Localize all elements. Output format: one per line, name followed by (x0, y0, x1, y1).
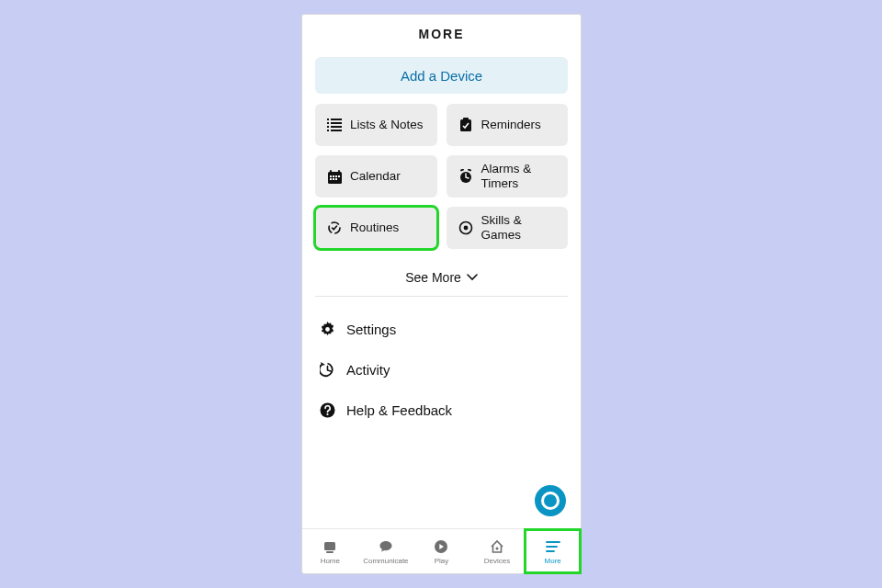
card-alarms-timers[interactable]: Alarms & Timers (447, 155, 569, 198)
alarm-icon (456, 169, 476, 184)
tab-play[interactable]: Play (413, 529, 469, 573)
settings-list: Settings Activity Help & Feedback (315, 309, 568, 430)
tab-label: Play (435, 557, 449, 565)
svg-rect-13 (330, 175, 332, 177)
settings-row-label: Activity (346, 362, 390, 378)
svg-rect-16 (338, 175, 340, 177)
card-label: Reminders (481, 118, 541, 132)
svg-rect-11 (330, 170, 332, 174)
svg-rect-19 (335, 178, 337, 180)
svg-rect-5 (331, 126, 342, 128)
svg-rect-4 (327, 126, 329, 128)
tab-label: Home (321, 557, 340, 565)
tab-bar: Home Communicate Play Devices (302, 528, 581, 573)
tab-label: Devices (484, 557, 510, 565)
card-routines[interactable]: Routines (315, 207, 437, 249)
home-tab-icon (322, 538, 337, 555)
svg-rect-30 (326, 551, 334, 553)
stage: MORE Add a Device Lists & Notes Reminder… (0, 0, 882, 588)
tab-home[interactable]: Home (302, 529, 358, 573)
card-calendar[interactable]: Calendar (315, 155, 437, 198)
calendar-icon (324, 170, 345, 184)
see-more-button[interactable]: See More (302, 270, 581, 285)
chevron-down-icon (467, 274, 478, 281)
add-device-label: Add a Device (401, 68, 482, 84)
alexa-ring-icon (541, 492, 560, 510)
svg-point-25 (463, 226, 468, 231)
card-label: Alarms & Timers (481, 162, 560, 190)
svg-point-26 (325, 327, 330, 332)
gear-icon (315, 322, 339, 337)
see-more-label: See More (405, 270, 461, 285)
svg-rect-12 (338, 170, 340, 174)
card-lists-notes[interactable]: Lists & Notes (315, 104, 437, 146)
card-reminders[interactable]: Reminders (447, 104, 569, 146)
settings-row-label: Settings (346, 322, 396, 337)
page-title: MORE (419, 27, 465, 41)
svg-rect-29 (324, 542, 335, 550)
svg-rect-3 (331, 122, 342, 124)
tab-communicate[interactable]: Communicate (358, 529, 414, 573)
card-label: Routines (350, 220, 399, 235)
svg-point-28 (326, 413, 328, 414)
svg-point-32 (496, 547, 499, 549)
card-label: Calendar (350, 169, 401, 184)
devices-tab-icon (490, 538, 504, 555)
card-skills-games[interactable]: Skills & Games (447, 207, 569, 249)
routines-icon (324, 220, 345, 235)
svg-rect-18 (333, 178, 334, 180)
menu-grid: Lists & Notes Reminders Calendar (315, 104, 568, 258)
settings-row-help[interactable]: Help & Feedback (315, 390, 568, 430)
svg-rect-1 (331, 119, 342, 120)
card-label: Skills & Games (481, 213, 560, 242)
header: MORE (302, 15, 581, 53)
skills-icon (456, 220, 476, 235)
svg-rect-9 (463, 118, 469, 120)
play-tab-icon (434, 538, 448, 555)
svg-rect-2 (327, 122, 329, 124)
add-device-button[interactable]: Add a Device (315, 57, 568, 94)
svg-rect-21 (459, 169, 463, 172)
phone-frame: MORE Add a Device Lists & Notes Reminder… (302, 15, 581, 573)
divider (315, 296, 568, 297)
svg-rect-22 (467, 169, 470, 172)
tab-label: Communicate (363, 557, 408, 565)
tab-label: More (545, 557, 561, 565)
settings-row-settings[interactable]: Settings (315, 309, 568, 349)
svg-rect-7 (331, 130, 342, 131)
svg-rect-14 (333, 175, 334, 177)
activity-icon (315, 362, 339, 378)
settings-row-activity[interactable]: Activity (315, 349, 568, 390)
communicate-tab-icon (379, 538, 393, 555)
card-label: Lists & Notes (350, 118, 424, 132)
svg-rect-0 (327, 119, 329, 120)
list-icon (324, 119, 345, 131)
help-icon (315, 402, 339, 418)
alexa-fab-button[interactable] (535, 485, 566, 516)
tab-devices[interactable]: Devices (469, 529, 526, 573)
svg-rect-10 (328, 172, 342, 184)
tab-more[interactable]: More (525, 529, 581, 573)
svg-rect-15 (335, 175, 337, 177)
settings-row-label: Help & Feedback (346, 402, 452, 418)
more-tab-icon (546, 538, 560, 555)
reminders-icon (456, 118, 476, 132)
svg-rect-6 (327, 130, 329, 131)
svg-rect-17 (330, 178, 332, 180)
